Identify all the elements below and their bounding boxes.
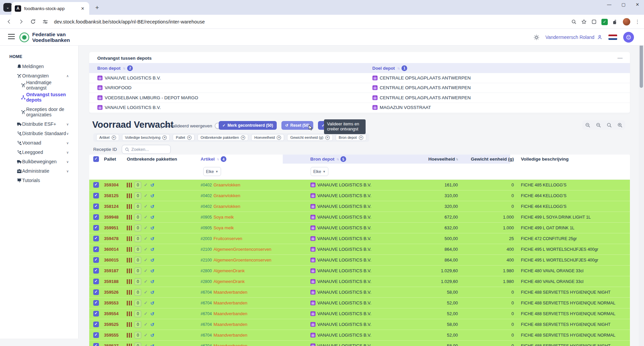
browser-profile-avatar[interactable] [623,18,630,25]
refresh-icon[interactable]: ↺ [150,322,154,327]
article-name[interactable]: Maandverbanden [213,300,247,305]
article-code[interactable]: #6704 [201,344,212,346]
missing-packages-column-header[interactable]: Ontbrekende pakketten [126,157,194,162]
filter-chip-pallet[interactable]: Pallet✕ [173,134,195,141]
sidebar-item-handmatige-ontvangst[interactable]: Handmatige ontvangst [0,80,78,90]
check-icon[interactable]: ✓ [144,311,148,316]
forward-button[interactable] [18,19,23,24]
article-name[interactable]: AlgemeenGroentenconserven [213,257,271,263]
extension-check-icon[interactable]: ✓ [601,19,608,25]
row-checkbox[interactable] [93,343,99,346]
filter-chip-gewicht-eenheid-g[interactable]: Gewicht eenheid (g)✕ [287,134,332,141]
article-code[interactable]: #0402 [201,193,212,198]
page-scrollbar[interactable]: ▲ [639,29,644,346]
row-checkbox[interactable] [93,246,99,252]
depot-row[interactable]: VANAUVE LOGISTICS B.V. MAGAZIJN VOSSTRAA… [89,103,630,113]
check-icon[interactable]: ✓ [144,322,148,327]
remove-chip-icon[interactable]: ✕ [277,135,281,140]
article-code[interactable]: #2003 [201,236,212,241]
article-code[interactable]: #2100 [201,258,212,263]
row-checkbox[interactable] [93,257,99,263]
refresh-icon[interactable]: ↺ [150,225,154,231]
row-checkbox[interactable] [93,214,99,220]
sidebar-item-distributie-esf[interactable]: Distributie ESF+ ∨ [0,119,78,129]
row-checkbox[interactable] [93,322,99,327]
app-avatar[interactable] [623,32,634,43]
site-info-icon[interactable] [43,19,48,24]
zoom-reset-icon[interactable] [606,122,612,128]
check-icon[interactable]: ✓ [144,257,148,263]
window-minimize-button[interactable]: — [607,2,611,7]
article-code[interactable]: #6704 [201,301,212,305]
article-name[interactable]: AlgemeenDrank [213,268,245,273]
check-icon[interactable]: ✓ [144,300,148,305]
row-checkbox[interactable] [93,182,99,188]
language-flag-nl[interactable] [608,35,617,40]
collapse-panel-icon[interactable]: — [618,55,623,60]
weight-column-header[interactable]: Gewicht eenheid (g) [461,157,517,162]
check-icon[interactable]: ✓ [144,343,148,346]
check-icon[interactable]: ✓ [144,290,148,295]
article-code[interactable]: #0402 [201,204,212,209]
article-name[interactable]: Maandverbanden [213,322,247,327]
refresh-icon[interactable]: ↺ [150,300,154,306]
source-depot-column-header[interactable]: Bron depot↑↓ 5 [309,156,421,162]
article-code[interactable]: #6704 [201,311,212,316]
refresh-icon[interactable]: ↺ [150,182,154,188]
sidebar-item-voorraad[interactable]: Voorraad ∨ [0,138,78,148]
back-button[interactable] [7,19,12,24]
refresh-icon[interactable]: ↺ [150,311,154,316]
sidebar-item-recepties-door-de-organizaties[interactable]: Recepties door de organizaties [0,105,78,119]
remove-chip-icon[interactable]: ✕ [241,135,245,140]
sidebar-item-distributie-standaard[interactable]: Distributie Standaard ∨ [0,129,78,138]
check-icon[interactable]: ✓ [144,215,148,220]
receptie-search-input[interactable] [131,147,165,152]
article-code[interactable]: #0905 [201,226,212,230]
sidebar-item-administratie[interactable]: Administratie ∨ [0,166,78,176]
browser-menu-icon[interactable]: ⋮ [635,19,640,25]
row-checkbox[interactable] [93,300,99,306]
mark-checked-button[interactable]: ✓Merk gecontroleerd (50) [219,121,277,130]
remove-chip-icon[interactable]: ✕ [187,135,192,140]
article-name[interactable]: Fruitconserven [213,236,242,241]
hamburger-menu-icon[interactable] [8,34,15,41]
article-code[interactable]: #0905 [201,215,212,220]
check-icon[interactable]: ✓ [144,225,148,230]
refresh-icon[interactable]: ↺ [150,279,154,284]
refresh-icon[interactable]: ↺ [150,193,154,198]
article-name[interactable]: Graanvlokken [213,182,240,187]
theme-toggle-sun-icon[interactable] [534,35,539,40]
sidebar-item-tutorials[interactable]: Tutorials [0,176,78,185]
article-column-header[interactable]: Artikel↑↓ 4 [194,156,309,162]
row-checkbox[interactable] [93,289,99,295]
depot-row[interactable]: VOEDSELBANK LIMBURG - DEPOT MARGO CENTRA… [89,93,630,103]
article-name[interactable]: Maandverbanden [213,311,247,316]
row-checkbox[interactable] [93,279,99,284]
check-icon[interactable]: ✓ [144,236,148,241]
filter-chip-hoeveelheid[interactable]: Hoeveelheid✕ [251,134,284,141]
row-checkbox[interactable] [93,332,99,338]
row-checkbox[interactable] [93,268,99,274]
article-name[interactable]: Graanvlokken [213,193,240,198]
filter-chip-artikel[interactable]: Artikel✕ [96,134,119,141]
refresh-icon[interactable]: ↺ [150,268,154,274]
remove-chip-icon[interactable]: ✕ [359,135,363,140]
zoom-out-icon[interactable] [596,122,601,128]
refresh-icon[interactable]: ↺ [150,333,154,338]
article-code[interactable]: #6704 [201,322,212,327]
tab-close-icon[interactable]: ✕ [79,5,86,12]
remove-chip-icon[interactable]: ✕ [112,135,116,140]
quantity-column-header[interactable]: Hoeveelheid↑↓ [421,157,461,162]
check-icon[interactable]: ✓ [144,182,148,187]
row-checkbox[interactable] [93,193,99,198]
description-column-header[interactable]: Volledige beschrijving [517,157,630,162]
filter-chip-bron-depot[interactable]: Bron depot✕ [336,134,366,141]
window-close-button[interactable]: ✕ [636,2,639,7]
refresh-icon[interactable]: ↺ [150,204,154,209]
zoom-in-icon[interactable] [617,122,623,128]
url-text[interactable]: dev.stock.foodbanksit.be/stock/app/nl-BE… [54,19,205,24]
article-name[interactable]: AlgemeenGroentenconserven [213,247,271,252]
check-icon[interactable]: ✓ [144,204,148,209]
article-code[interactable]: #2800 [201,279,212,284]
sidebar-item-meldingen[interactable]: Meldingen [0,62,78,71]
